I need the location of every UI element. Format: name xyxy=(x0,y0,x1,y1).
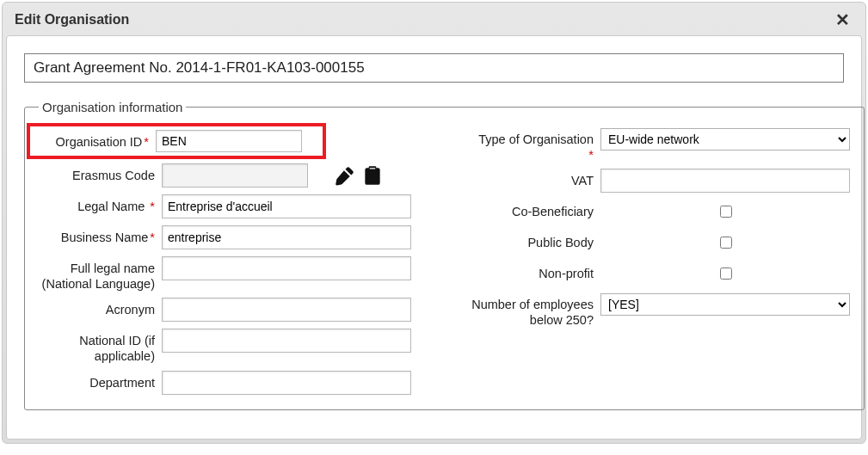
organisation-id-label: Organisation ID* xyxy=(39,132,156,150)
type-of-organisation-label: Type of Organisation * xyxy=(469,126,600,163)
required-marker: * xyxy=(588,148,594,162)
organisation-id-highlight: Organisation ID* xyxy=(27,123,326,159)
non-profit-label: Non-profit xyxy=(469,261,600,281)
public-body-checkbox[interactable] xyxy=(720,237,732,249)
right-column: Type of Organisation * EU-wide network V… xyxy=(469,126,850,401)
edit-icon[interactable] xyxy=(334,164,356,187)
left-column: Organisation ID* Erasmus Code xyxy=(39,126,443,401)
national-id-input[interactable] xyxy=(162,329,411,353)
organisation-information-fieldset: Organisation information Organisation ID… xyxy=(24,100,865,410)
vat-input[interactable] xyxy=(600,169,850,193)
business-name-label: Business Name* xyxy=(39,224,162,245)
acronym-input[interactable] xyxy=(162,298,411,322)
co-beneficiary-checkbox[interactable] xyxy=(720,206,732,218)
clipboard-icon[interactable] xyxy=(361,164,384,187)
legal-name-label: Legal Name * xyxy=(39,194,162,214)
grant-agreement-box: Grant Agreement No. 2014-1-FR01-KA103-00… xyxy=(24,53,844,83)
type-of-organisation-select[interactable]: EU-wide network xyxy=(600,128,850,151)
required-marker: * xyxy=(144,135,149,149)
legal-name-input[interactable] xyxy=(162,194,411,218)
organisation-information-legend: Organisation information xyxy=(39,100,186,114)
public-body-label: Public Body xyxy=(469,230,600,250)
required-marker: * xyxy=(150,200,155,213)
department-input[interactable] xyxy=(162,371,411,395)
dialog-title: Edit Organisation xyxy=(15,12,129,28)
full-legal-name-label: Full legal name (National Language) xyxy=(39,255,162,292)
close-icon[interactable]: ✕ xyxy=(832,11,853,28)
grant-agreement-number: 2014-1-FR01-KA103-000155 xyxy=(175,59,364,76)
non-profit-checkbox[interactable] xyxy=(720,267,732,280)
department-label: Department xyxy=(39,370,162,390)
required-marker: * xyxy=(150,231,155,244)
edit-organisation-dialog: Edit Organisation ✕ Grant Agreement No. … xyxy=(2,2,866,444)
num-employees-label: Number of employees below 250? xyxy=(469,292,600,328)
vat-label: VAT xyxy=(469,168,600,188)
erasmus-code-input[interactable] xyxy=(162,163,308,188)
business-name-input[interactable] xyxy=(162,225,411,249)
num-employees-select[interactable]: [YES] xyxy=(600,293,850,316)
dialog-body: Grant Agreement No. 2014-1-FR01-KA103-00… xyxy=(6,35,862,440)
dialog-titlebar: Edit Organisation ✕ xyxy=(3,3,865,35)
co-beneficiary-label: Co-Beneficiary xyxy=(469,199,600,219)
grant-agreement-label: Grant Agreement No. xyxy=(34,59,175,76)
erasmus-code-label: Erasmus Code xyxy=(39,163,162,183)
national-id-label: National ID (if applicable) xyxy=(39,328,162,364)
full-legal-name-input[interactable] xyxy=(162,256,411,280)
acronym-label: Acronym xyxy=(39,297,162,317)
organisation-id-input[interactable] xyxy=(156,130,302,152)
